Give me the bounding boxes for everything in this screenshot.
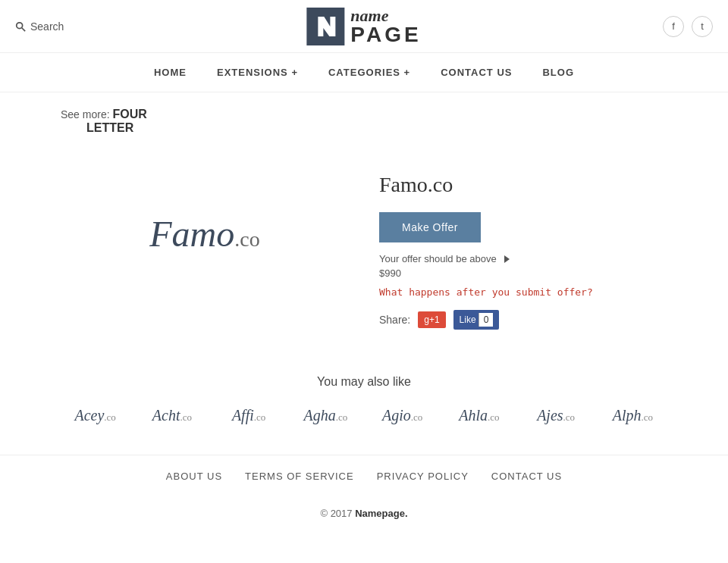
list-item[interactable]: Agio.co <box>368 407 437 424</box>
domain-grid: Acey.co Acht.co Affi.co Agha.co Agio.co … <box>61 407 667 424</box>
footer-copyright: © 2017 Namepage. <box>0 497 728 530</box>
domain-item-ext: .co <box>254 411 266 423</box>
footer-links: ABOUT US TERMS OF SERVICE PRIVACY POLICY… <box>0 455 728 497</box>
facebook-icon[interactable]: f <box>663 16 684 37</box>
header: Search name PAGE f t <box>0 0 728 53</box>
domain-item-name: Agha <box>304 407 336 424</box>
domain-item-name: Acey <box>74 407 104 424</box>
domain-item-ext: .co <box>488 411 500 423</box>
domain-item-name: Ajes <box>537 407 563 424</box>
domain-name-logo: Famo <box>149 214 234 254</box>
domain-item-ext: .co <box>411 411 423 423</box>
search-area[interactable]: Search <box>15 20 64 33</box>
main-nav: HOME EXTENSIONS + CATEGORIES + CONTACT U… <box>0 53 728 92</box>
breadcrumb-tag1[interactable]: FOUR <box>112 108 146 120</box>
domain-item-ext: .co <box>563 411 576 423</box>
also-like-section: You may also like Acey.co Acht.co Affi.c… <box>0 360 728 455</box>
logo-name: name <box>350 8 421 24</box>
offer-amount: $990 <box>379 267 667 279</box>
gplus-button[interactable]: g+1 <box>418 311 445 328</box>
footer-about[interactable]: ABOUT US <box>166 471 222 482</box>
domain-item-name: Affi <box>232 407 254 424</box>
domain-info: Famo.co Make Offer Your offer should be … <box>379 165 667 330</box>
list-item[interactable]: Alph.co <box>598 407 667 424</box>
nav-extensions[interactable]: EXTENSIONS + <box>217 67 298 78</box>
offer-hint: Your offer should be above <box>379 253 667 264</box>
make-offer-button[interactable]: Make Offer <box>379 212 481 242</box>
domain-item-ext: .co <box>642 411 654 423</box>
domain-item-ext: .co <box>104 411 116 423</box>
fb-count: 0 <box>479 313 494 327</box>
nav-blog[interactable]: BLOG <box>542 67 574 78</box>
domain-item-name: Ahla <box>459 407 488 424</box>
twitter-icon[interactable]: t <box>692 16 713 37</box>
logo-page: PAGE <box>350 24 421 45</box>
logo-icon <box>306 8 344 45</box>
nav-categories[interactable]: CATEGORIES + <box>328 67 410 78</box>
domain-item-name: Agio <box>382 407 411 424</box>
list-item[interactable]: Affi.co <box>215 407 284 424</box>
domain-logo: Famo.co <box>149 213 259 255</box>
also-like-title: You may also like <box>61 375 667 389</box>
domain-item-name: Alph <box>613 407 642 424</box>
domain-item-ext: .co <box>336 411 348 423</box>
nav-contact[interactable]: CONTACT US <box>441 67 512 78</box>
search-icon <box>15 21 26 32</box>
list-item[interactable]: Ahla.co <box>444 407 513 424</box>
share-row: Share: g+1 Like 0 <box>379 310 667 330</box>
social-icons: f t <box>663 16 713 37</box>
submit-link[interactable]: What happens after you submit offer? <box>379 286 667 298</box>
domain-logo-area: Famo.co <box>61 165 349 302</box>
arrow-right-icon <box>504 255 510 263</box>
nav-home[interactable]: HOME <box>154 67 187 78</box>
footer-privacy[interactable]: PRIVACY POLICY <box>377 471 469 482</box>
domain-item-name: Acht <box>152 407 180 424</box>
facebook-like-button[interactable]: Like 0 <box>453 310 500 330</box>
search-label: Search <box>30 20 64 33</box>
list-item[interactable]: Acey.co <box>61 407 130 424</box>
svg-line-1 <box>22 27 25 30</box>
svg-point-0 <box>17 22 23 28</box>
see-more-text: See more: <box>61 108 110 120</box>
breadcrumb: See more: FOUR LETTER <box>0 92 728 150</box>
logo[interactable]: name PAGE <box>306 8 421 45</box>
list-item[interactable]: Ajes.co <box>522 407 591 424</box>
logo-text: name PAGE <box>350 8 421 45</box>
list-item[interactable]: Agha.co <box>291 407 360 424</box>
footer-contact[interactable]: CONTACT US <box>491 471 562 482</box>
main-content: Famo.co Famo.co Make Offer Your offer sh… <box>0 150 728 360</box>
footer-terms[interactable]: TERMS OF SERVICE <box>245 471 354 482</box>
share-label: Share: <box>379 314 410 326</box>
list-item[interactable]: Acht.co <box>137 407 206 424</box>
footer-brand[interactable]: Namepage. <box>355 508 407 519</box>
breadcrumb-tag2[interactable]: LETTER <box>86 121 133 134</box>
domain-title: Famo.co <box>379 173 667 197</box>
domain-ext-logo: .co <box>234 227 259 251</box>
domain-item-ext: .co <box>180 411 192 423</box>
